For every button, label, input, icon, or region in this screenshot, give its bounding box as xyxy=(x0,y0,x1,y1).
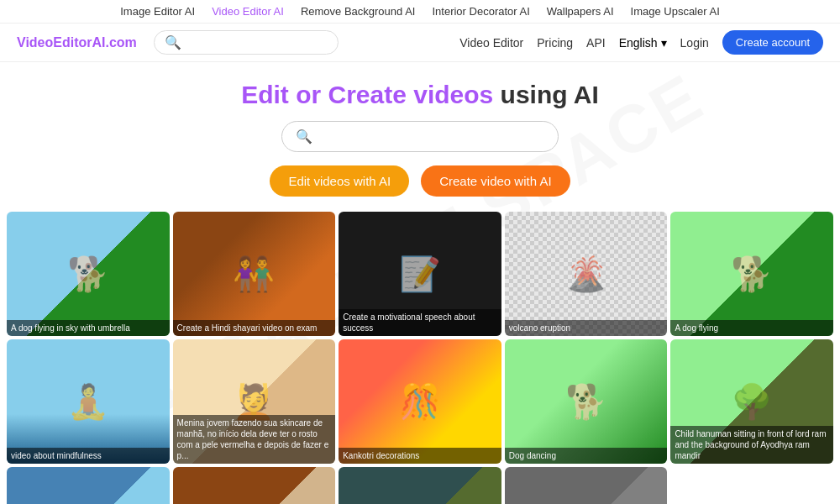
language-selector[interactable]: English ▾ xyxy=(619,36,667,50)
video-card[interactable]: 🧘video about mindfulness xyxy=(7,339,170,464)
hero-search-icon: 🔍 xyxy=(296,129,312,144)
video-caption: Create a motivational speech about succe… xyxy=(339,309,501,336)
video-card[interactable]: 🌳Child hanuman sitting in front of lord … xyxy=(670,339,833,464)
video-caption: Dog dancing xyxy=(505,448,668,464)
search-icon: 🔍 xyxy=(165,34,181,50)
hero-buttons: Edit videos with AI Create video with AI xyxy=(17,165,823,197)
video-card[interactable]: 🌋volcano eruption xyxy=(505,212,668,336)
video-thumbnail: 🎊 xyxy=(339,339,501,464)
top-nav-video-editor[interactable]: Video Editor AI xyxy=(212,5,284,18)
top-nav-upscaler[interactable]: Image Upscaler AI xyxy=(631,5,720,18)
video-caption: Create a Hindi shayari video on exam xyxy=(173,320,336,336)
search-box[interactable]: 🔍 xyxy=(154,30,339,55)
video-card[interactable]: 🎬 xyxy=(505,467,668,504)
video-thumbnail: 🎬 xyxy=(505,467,668,504)
login-button[interactable]: Login xyxy=(680,36,709,50)
top-nav-wallpapers[interactable]: Wallpapers AI xyxy=(547,5,614,18)
top-nav-interior[interactable]: Interior Decorator AI xyxy=(432,5,529,18)
video-card[interactable]: 🐕A dog flying in sky with umbrella xyxy=(7,212,170,336)
video-card[interactable]: 👫Create a Hindi shayari video on exam xyxy=(173,212,336,336)
logo[interactable]: VideoEditorAI.com xyxy=(17,35,137,50)
edit-videos-button[interactable]: Edit videos with AI xyxy=(270,165,409,197)
video-thumbnail: 👫 xyxy=(173,212,336,336)
video-caption: video about mindfulness xyxy=(7,448,170,464)
video-thumbnail: 🐕 xyxy=(7,212,170,336)
create-account-button[interactable]: Create account xyxy=(722,30,823,55)
video-thumbnail: 🧘 xyxy=(7,339,170,464)
main-nav: VideoEditorAI.com 🔍 Video Editor Pricing… xyxy=(0,24,840,62)
video-caption: Child hanuman sitting in front of lord r… xyxy=(670,426,833,464)
video-card[interactable]: 🎊Kankotri decorations xyxy=(339,339,501,464)
top-nav-image-editor[interactable]: Image Editor AI xyxy=(120,5,195,18)
video-card[interactable]: 🎬 xyxy=(339,467,501,504)
video-card[interactable]: 💆Menina jovem fazendo sua skincare de ma… xyxy=(173,339,336,464)
video-grid: 🐕A dog flying in sky with umbrella👫Creat… xyxy=(0,208,840,504)
video-card[interactable]: 🎬 xyxy=(173,467,336,504)
hero-title-colored: Edit or Create videos xyxy=(241,81,493,108)
hero-title: Edit or Create videos using AI xyxy=(17,81,823,109)
video-caption: Menina jovem fazendo sua skincare de man… xyxy=(173,415,336,464)
video-card[interactable]: 📝Create a motivational speech about succ… xyxy=(339,212,501,336)
create-video-button[interactable]: Create video with AI xyxy=(421,165,570,197)
hero-section: Edit or Create videos using AI 🔍 Edit vi… xyxy=(0,62,840,208)
chevron-down-icon: ▾ xyxy=(661,36,667,50)
language-label: English xyxy=(619,36,658,50)
video-card[interactable]: 🎬 xyxy=(7,467,170,504)
video-thumbnail: 🌋 xyxy=(505,212,668,336)
video-thumbnail: 🎬 xyxy=(7,467,170,504)
video-card[interactable]: 🐕Dog dancing xyxy=(505,339,668,464)
nav-api[interactable]: API xyxy=(586,36,606,50)
video-card[interactable]: 🐕A dog flying xyxy=(670,212,833,336)
video-caption: A dog flying xyxy=(670,320,833,336)
video-thumbnail: 🐕 xyxy=(670,212,833,336)
top-nav-remove-bg[interactable]: Remove Background AI xyxy=(301,5,416,18)
nav-video-editor[interactable]: Video Editor xyxy=(459,36,523,50)
video-caption: A dog flying in sky with umbrella xyxy=(7,320,170,336)
video-thumbnail: 🐕 xyxy=(505,339,668,464)
hero-title-normal: using AI xyxy=(501,81,599,108)
video-thumbnail: 🎬 xyxy=(173,467,336,504)
video-thumbnail: 🎬 xyxy=(339,467,501,504)
top-nav: Image Editor AI Video Editor AI Remove B… xyxy=(0,0,840,24)
nav-right: Video Editor Pricing API English ▾ Login… xyxy=(459,30,823,55)
nav-pricing[interactable]: Pricing xyxy=(537,36,573,50)
hero-search-input[interactable] xyxy=(319,130,544,144)
hero-search-box[interactable]: 🔍 xyxy=(281,121,559,152)
search-input[interactable] xyxy=(186,36,328,49)
video-caption: volcano eruption xyxy=(505,320,668,336)
video-caption: Kankotri decorations xyxy=(339,448,501,464)
